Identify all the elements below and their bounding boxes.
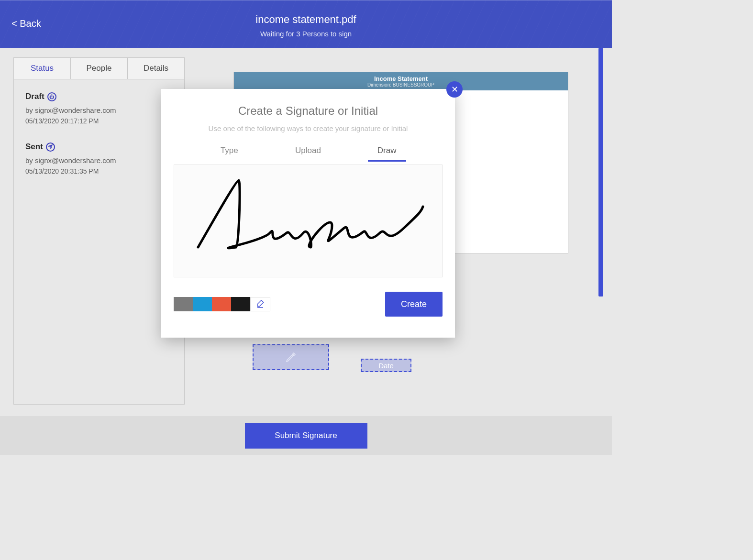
- back-button[interactable]: < Back: [11, 18, 41, 29]
- modal-subtitle: Use one of the following ways to create …: [161, 124, 455, 132]
- modal-tabs: Type Upload Draw: [161, 146, 455, 162]
- document-subtitle: Waiting for 3 Persons to sign: [0, 30, 612, 38]
- submit-signature-button[interactable]: Submit Signature: [245, 423, 367, 449]
- status-author: by signx@wondershare.com: [25, 106, 173, 114]
- color-swatch-black[interactable]: [231, 297, 250, 311]
- footer-bar: Submit Signature: [0, 416, 612, 455]
- signature-field[interactable]: [253, 344, 329, 370]
- tab-status[interactable]: Status: [14, 58, 71, 79]
- status-panel: Draft ⏻ by signx@wondershare.com 05/13/2…: [13, 79, 185, 405]
- eraser-button[interactable]: [250, 297, 270, 311]
- eraser-icon: [256, 300, 265, 308]
- modal-title: Create a Signature or Initial: [161, 104, 455, 118]
- create-button[interactable]: Create: [385, 292, 443, 317]
- status-entry-draft: Draft ⏻ by signx@wondershare.com 05/13/2…: [25, 92, 173, 125]
- modal-tab-upload[interactable]: Upload: [289, 146, 327, 162]
- send-icon: [46, 143, 55, 152]
- close-icon[interactable]: ✕: [446, 81, 463, 98]
- status-label: Draft: [25, 92, 44, 101]
- status-timestamp: 05/13/2020 20:31:35 PM: [25, 167, 173, 175]
- modal-tab-draw[interactable]: Draw: [368, 146, 406, 162]
- sidebar-tabs: Status People Details: [13, 57, 185, 79]
- drawn-signature: [174, 165, 442, 277]
- tab-details[interactable]: Details: [128, 58, 184, 79]
- status-timestamp: 05/13/2020 20:17:12 PM: [25, 117, 173, 125]
- color-swatch-orange[interactable]: [212, 297, 231, 311]
- tab-people[interactable]: People: [71, 58, 128, 79]
- status-label: Sent: [25, 142, 43, 152]
- status-author: by signx@wondershare.com: [25, 156, 173, 165]
- preview-title: Income Statement: [234, 75, 568, 82]
- signature-tools: Create: [161, 277, 455, 317]
- modal-tab-type[interactable]: Type: [210, 146, 248, 162]
- signature-modal: ✕ Create a Signature or Initial Use one …: [161, 89, 455, 338]
- sidebar: Status People Details Draft ⏻ by signx@w…: [0, 48, 186, 416]
- document-title: income statement.pdf: [0, 1, 612, 26]
- pen-icon: [284, 351, 298, 363]
- scrollbar[interactable]: [598, 48, 603, 296]
- date-field[interactable]: Date: [361, 359, 411, 372]
- preview-dimension: Dimension: BUSINESSGROUP: [234, 82, 568, 88]
- signature-canvas[interactable]: [174, 165, 443, 277]
- document-preview-header: Income Statement Dimension: BUSINESSGROU…: [234, 72, 568, 90]
- status-entry-sent: Sent by signx@wondershare.com 05/13/2020…: [25, 142, 173, 175]
- color-swatch-blue[interactable]: [193, 297, 212, 311]
- power-icon: ⏻: [47, 92, 56, 101]
- color-swatch-gray[interactable]: [174, 297, 193, 311]
- app-header: < Back income statement.pdf Waiting for …: [0, 0, 612, 48]
